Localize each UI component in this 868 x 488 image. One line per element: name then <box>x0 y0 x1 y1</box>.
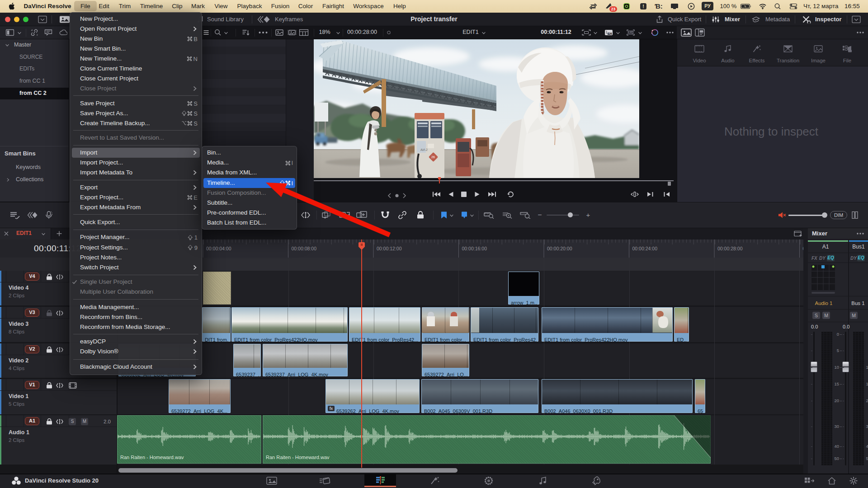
svg-text:HQ: HQ <box>608 33 611 35</box>
svg-text:!: ! <box>642 4 644 9</box>
